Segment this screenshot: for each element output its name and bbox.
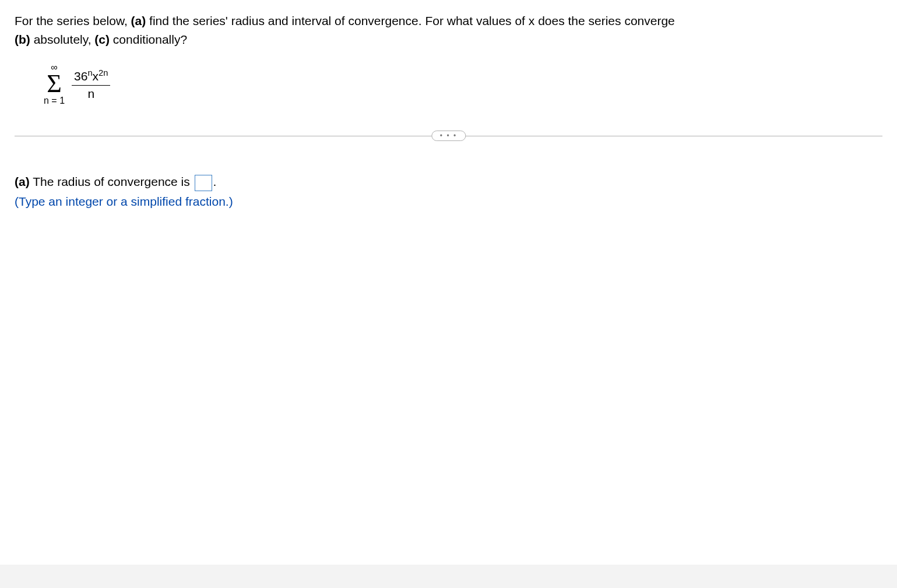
dots-icon: • • •: [440, 132, 457, 140]
part-c-label: (c): [94, 33, 110, 46]
num-var: x: [93, 69, 99, 83]
answer-section: (a) The radius of convergence is . (Type…: [15, 172, 882, 211]
series-numerator: 36nx2n: [72, 68, 110, 86]
series-expression: ∞ Σ n = 1 36nx2n n: [44, 63, 882, 105]
answer-line: (a) The radius of convergence is .: [15, 172, 882, 192]
answer-prompt-after: .: [213, 175, 217, 188]
section-divider: • • •: [15, 129, 882, 143]
series-fraction: 36nx2n n: [72, 68, 110, 101]
expand-button[interactable]: • • •: [431, 131, 466, 141]
radius-input[interactable]: [195, 175, 212, 191]
answer-hint: (Type an integer or a simplified fractio…: [15, 192, 882, 212]
problem-statement: For the series below, (a) find the serie…: [15, 12, 882, 48]
part-b-label: (b): [15, 33, 30, 46]
footer-bar: [0, 565, 897, 588]
answer-prompt-before: The radius of convergence is: [30, 175, 194, 188]
num-base1: 36: [74, 69, 87, 83]
series-denominator: n: [87, 86, 94, 101]
problem-intro: For the series below,: [15, 14, 131, 27]
sigma-lower-limit: n = 1: [44, 96, 65, 105]
part-a-text: find the series' radius and interval of …: [146, 14, 675, 27]
sigma-block: ∞ Σ n = 1: [44, 63, 65, 105]
part-c-text: conditionally?: [110, 33, 187, 46]
answer-part-label: (a): [15, 175, 30, 188]
part-a-label: (a): [131, 14, 146, 27]
num-exp2: 2n: [99, 68, 108, 78]
part-b-text: absolutely,: [30, 33, 95, 46]
sigma-symbol: Σ: [47, 73, 62, 94]
num-exp1: n: [87, 68, 92, 78]
